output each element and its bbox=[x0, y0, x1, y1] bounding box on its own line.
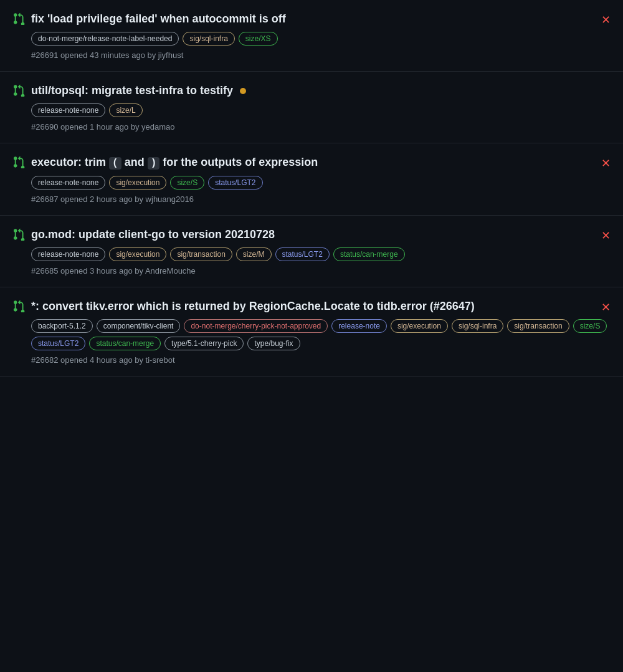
label[interactable]: size/XS bbox=[239, 32, 278, 46]
label[interactable]: status/LGT2 bbox=[31, 337, 85, 350]
pr-icon bbox=[12, 228, 25, 242]
pr-labels: do-not-merge/release-note-label-needed s… bbox=[12, 32, 611, 46]
label[interactable]: sig/execution bbox=[391, 319, 448, 333]
label[interactable]: status/LGT2 bbox=[208, 176, 262, 190]
pr-icon bbox=[12, 300, 25, 314]
pr-title[interactable]: go.mod: update client-go to version 2021… bbox=[31, 227, 595, 242]
label[interactable]: type/bug-fix bbox=[247, 337, 300, 350]
label[interactable]: size/M bbox=[236, 247, 272, 261]
label[interactable]: sig/sql-infra bbox=[183, 32, 234, 46]
pr-item: go.mod: update client-go to version 2021… bbox=[0, 216, 623, 287]
close-icon: ✕ bbox=[601, 156, 611, 170]
label[interactable]: sig/transaction bbox=[170, 247, 232, 261]
code-snippet: ( bbox=[109, 157, 121, 170]
pr-labels: release-note-none sig/execution size/S s… bbox=[12, 176, 611, 190]
label[interactable]: release-note-none bbox=[31, 247, 105, 261]
pr-meta: #26691 opened 43 minutes ago by jiyfhust bbox=[12, 50, 611, 60]
pr-icon bbox=[12, 12, 25, 27]
status-dot bbox=[240, 88, 246, 94]
label[interactable]: size/L bbox=[109, 103, 142, 117]
pr-title[interactable]: executor: trim ( and ) for the outputs o… bbox=[31, 155, 595, 170]
pr-labels: backport-5.1.2 component/tikv-client do-… bbox=[12, 319, 611, 350]
pr-item: fix 'load privilege failed' when autocom… bbox=[0, 0, 623, 72]
code-snippet: ) bbox=[148, 157, 160, 170]
pr-title-row: fix 'load privilege failed' when autocom… bbox=[12, 11, 611, 27]
close-icon: ✕ bbox=[601, 300, 611, 314]
label[interactable]: sig/execution bbox=[109, 176, 166, 190]
label[interactable]: size/S bbox=[170, 176, 204, 190]
label[interactable]: do-not-merge/cherry-pick-not-approved bbox=[184, 319, 328, 333]
label[interactable]: status/LGT2 bbox=[275, 247, 330, 261]
pr-title[interactable]: fix 'load privilege failed' when autocom… bbox=[31, 11, 595, 27]
pr-title[interactable]: util/topsql: migrate test-infra to testi… bbox=[31, 83, 611, 98]
pr-title-row: executor: trim ( and ) for the outputs o… bbox=[12, 155, 611, 170]
pr-item: executor: trim ( and ) for the outputs o… bbox=[0, 143, 623, 215]
label[interactable]: release-note bbox=[331, 319, 387, 333]
pr-meta: #26685 opened 3 hours ago by AndreMouche bbox=[12, 266, 611, 276]
label[interactable]: type/5.1-cherry-pick bbox=[164, 337, 244, 350]
label[interactable]: status/can-merge bbox=[89, 337, 161, 350]
label[interactable]: sig/transaction bbox=[507, 319, 569, 333]
pr-labels: release-note-none sig/execution sig/tran… bbox=[12, 247, 611, 261]
label[interactable]: size/S bbox=[573, 319, 607, 333]
pr-item: util/topsql: migrate test-infra to testi… bbox=[0, 72, 623, 143]
close-icon: ✕ bbox=[601, 13, 611, 27]
pr-meta: #26687 opened 2 hours ago by wjhuang2016 bbox=[12, 194, 611, 204]
pr-labels: release-note-none size/L bbox=[12, 103, 611, 117]
pr-title[interactable]: *: convert tikv.error which is returned … bbox=[31, 299, 595, 314]
pr-title-row: *: convert tikv.error which is returned … bbox=[12, 299, 611, 314]
pr-meta: #26682 opened 4 hours ago by ti-srebot bbox=[12, 355, 611, 365]
pr-list: fix 'load privilege failed' when autocom… bbox=[0, 0, 623, 377]
label[interactable]: sig/sql-infra bbox=[452, 319, 503, 333]
pr-icon bbox=[12, 156, 25, 170]
label[interactable]: backport-5.1.2 bbox=[31, 319, 93, 333]
label[interactable]: status/can-merge bbox=[333, 247, 405, 261]
label[interactable]: component/tikv-client bbox=[97, 319, 181, 333]
label[interactable]: release-note-none bbox=[31, 176, 105, 190]
label[interactable]: do-not-merge/release-note-label-needed bbox=[31, 32, 179, 46]
pr-title-text: util/topsql: migrate test-infra to testi… bbox=[31, 84, 233, 97]
pr-meta: #26690 opened 1 hour ago by yedamao bbox=[12, 122, 611, 132]
close-icon: ✕ bbox=[601, 229, 611, 242]
pr-title-row: util/topsql: migrate test-infra to testi… bbox=[12, 83, 611, 98]
label[interactable]: sig/execution bbox=[109, 247, 166, 261]
pr-item: *: convert tikv.error which is returned … bbox=[0, 287, 623, 377]
pr-title-row: go.mod: update client-go to version 2021… bbox=[12, 227, 611, 242]
pr-icon bbox=[12, 84, 25, 98]
label[interactable]: release-note-none bbox=[31, 103, 105, 117]
